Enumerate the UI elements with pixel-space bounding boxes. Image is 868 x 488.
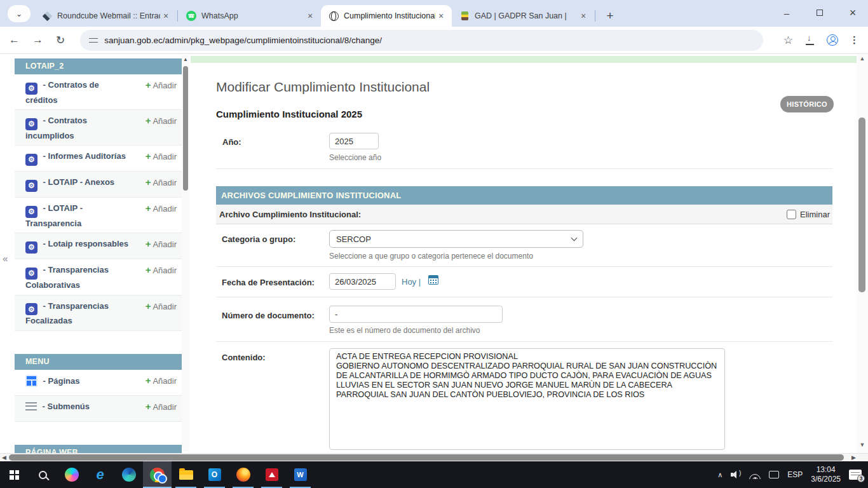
add-link[interactable]: +Añadir: [146, 264, 177, 275]
notification-badge: 3: [857, 475, 865, 482]
taskbar-edge-button[interactable]: [114, 461, 143, 488]
gear-icon: ⚙: [25, 154, 37, 166]
sidebar-scrollbar[interactable]: ▲: [182, 55, 189, 452]
horizontal-scrollbar-thumb[interactable]: [9, 454, 844, 461]
tab-roundcube-webmail-entrada[interactable]: Roundcube Webmail :: Entrada×: [34, 5, 177, 27]
numero-help: Este es el número de documento del archi…: [329, 326, 480, 335]
tab-title: Cumplimiento Institucional 202: [344, 11, 435, 20]
fecha-input[interactable]: [329, 273, 396, 290]
tab-cumplimiento-institucional-202[interactable]: Cumplimiento Institucional 202×: [321, 5, 452, 27]
wifi-icon[interactable]: [749, 471, 761, 479]
tab-close-icon[interactable]: ×: [578, 10, 589, 22]
plus-icon: +: [146, 264, 151, 275]
reload-button[interactable]: ↻: [56, 34, 65, 47]
menu-lines-icon: [25, 402, 37, 410]
add-link[interactable]: +Añadir: [146, 238, 177, 249]
sidebar-item-contratos-de-cr-ditos[interactable]: ⚙ - Contratos de créditos+Añadir: [15, 74, 182, 110]
tab-close-icon[interactable]: ×: [435, 10, 447, 22]
taskbar-search-button[interactable]: [29, 461, 57, 488]
contenido-textarea[interactable]: ACTA DE ENTREGA RECEPCION PROVISIONAL GO…: [329, 348, 725, 450]
taskbar-copilot-button[interactable]: [57, 461, 86, 488]
page-horizontal-scrollbar[interactable]: ◀ ▶: [0, 453, 868, 461]
browser-tab-strip: ⌄ Roundcube Webmail :: Entrada×WhatsApp×…: [0, 0, 868, 27]
hoy-link[interactable]: Hoy |: [402, 277, 421, 287]
categoria-select[interactable]: SERCOP: [329, 230, 583, 248]
page-vertical-scrollbar[interactable]: ▲ ▼: [857, 54, 868, 453]
maximize-button[interactable]: [813, 6, 826, 19]
edge-icon: [122, 468, 136, 482]
tab-list-chevron-button[interactable]: ⌄: [8, 5, 31, 22]
taskbar-chrome-button[interactable]: [143, 461, 172, 488]
scroll-up-icon[interactable]: ▲: [857, 55, 868, 62]
forward-button[interactable]: →: [32, 34, 43, 46]
add-link[interactable]: +Añadir: [146, 115, 177, 126]
tab-close-icon[interactable]: ×: [160, 10, 172, 22]
chevron-down-icon: ⌄: [16, 10, 22, 18]
language-indicator[interactable]: ESP: [787, 470, 803, 479]
add-link[interactable]: +Añadir: [146, 203, 177, 214]
taskbar-firefox-button[interactable]: [229, 461, 257, 488]
sidebar-item-lotaip-anexos[interactable]: ⚙ - LOTAIP - Anexos+Añadir: [15, 172, 182, 198]
calendar-icon[interactable]: [428, 275, 438, 285]
taskbar-start-button[interactable]: [0, 461, 29, 488]
taskbar-file-explorer-button[interactable]: [172, 461, 200, 488]
scroll-up-icon[interactable]: ▲: [182, 57, 189, 62]
tab-close-icon[interactable]: ×: [304, 10, 316, 22]
sidebar-item-contratos-incumplidos[interactable]: ⚙ - Contratos incumplidos+Añadir: [15, 110, 182, 146]
divider: [216, 168, 832, 169]
notifications-icon[interactable]: 3: [849, 470, 862, 480]
address-bar[interactable]: sanjuan.gob.ec/admin/pkg_webpage/cumplim…: [80, 30, 763, 51]
new-tab-button[interactable]: +: [601, 7, 619, 25]
tray-date: 3/6/2025: [811, 475, 841, 484]
taskbar-outlook-button[interactable]: O: [200, 461, 229, 488]
tray-expand-icon[interactable]: ∧: [717, 471, 722, 479]
clock[interactable]: 13:04 3/6/2025: [811, 465, 841, 484]
eliminar-checkbox[interactable]: [787, 210, 796, 219]
chevron-down-icon: [571, 234, 578, 241]
sidebar-item-informes-auditor-as[interactable]: ⚙ - Informes Auditorías+Añadir: [15, 146, 182, 172]
historico-button[interactable]: HISTÓRICO: [780, 96, 834, 112]
sidebar-item-transparencias-focalizadas[interactable]: ⚙ - Transparencias Focalizadas+Añadir: [15, 295, 182, 331]
tab-gad-gadpr-san-juan[interactable]: GAD | GADPR San Juan |×: [452, 5, 594, 27]
sidebar-item-lotaip-responsables[interactable]: ⚙ - Lotaip responsables+Añadir: [15, 233, 182, 259]
profile-icon[interactable]: [827, 34, 838, 46]
plus-icon: +: [146, 177, 151, 187]
scroll-down-icon[interactable]: ▼: [857, 442, 868, 448]
sidebar-item-submen-s[interactable]: - Submenús+Añadir: [15, 396, 182, 422]
taskbar-acrobat-button[interactable]: [257, 461, 286, 488]
vertical-scrollbar-thumb[interactable]: [858, 118, 865, 292]
scroll-left-icon[interactable]: ◀: [2, 454, 6, 461]
add-link[interactable]: +Añadir: [146, 79, 177, 90]
sidebar-item-transparencias-colaborativas[interactable]: ⚙ - Transparencias Colaborativas+Añadir: [15, 259, 182, 295]
add-link[interactable]: +Añadir: [146, 151, 177, 161]
archivo-row: Archivo Cumplimiento Institucional: Elim…: [216, 205, 832, 224]
bookmark-star-icon[interactable]: ☆: [783, 34, 793, 47]
add-link[interactable]: +Añadir: [146, 375, 177, 386]
downloads-icon[interactable]: [804, 35, 815, 46]
sidebar-collapse-arrow[interactable]: «: [3, 253, 8, 264]
outlook-icon: O: [208, 468, 221, 481]
site-settings-icon[interactable]: [89, 36, 98, 44]
add-link[interactable]: +Añadir: [146, 401, 177, 412]
url-text[interactable]: sanjuan.gob.ec/admin/pkg_webpage/cumplim…: [104, 36, 382, 45]
taskbar-word-button[interactable]: W: [286, 461, 315, 488]
sidebar-item-p-ginas[interactable]: - Páginas+Añadir: [15, 370, 182, 396]
sidebar-scrollbar-thumb[interactable]: [183, 66, 188, 191]
browser-menu-icon[interactable]: ⋮: [850, 34, 859, 46]
add-link[interactable]: +Añadir: [146, 177, 177, 187]
anio-input[interactable]: [329, 133, 379, 149]
back-button[interactable]: ←: [9, 34, 20, 46]
sidebar-item-lotaip-transparencia[interactable]: ⚙ - LOTAIP - Transparencia+Añadir: [15, 198, 182, 233]
scroll-right-icon[interactable]: ▶: [851, 454, 856, 461]
taskbar-internet-explorer-button[interactable]: e: [86, 461, 114, 488]
tab-title: Roundcube Webmail :: Entrada: [57, 11, 160, 20]
display-icon[interactable]: [769, 471, 779, 478]
divider: [216, 266, 832, 267]
numero-input[interactable]: [329, 306, 503, 323]
close-button[interactable]: ×: [846, 6, 859, 19]
minimize-button[interactable]: –: [780, 6, 793, 19]
tab-whatsapp[interactable]: WhatsApp×: [179, 5, 321, 27]
volume-icon[interactable]: ): [731, 471, 741, 478]
archivo-label: Archivo Cumplimiento Institucional:: [216, 210, 361, 219]
add-link[interactable]: +Añadir: [146, 301, 177, 311]
